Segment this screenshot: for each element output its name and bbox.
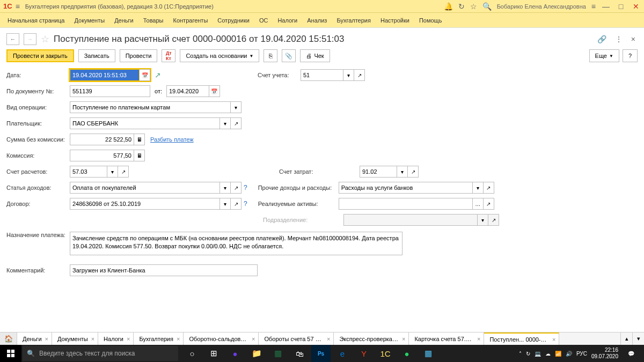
nav-forward-button[interactable]: →	[24, 33, 36, 45]
tray-clock[interactable]: 22:16 09.07.2020	[591, 347, 618, 360]
close-doc-button[interactable]: ×	[629, 35, 638, 43]
tab-turnover[interactable]: Обороты счета 57 за И...×	[259, 333, 334, 345]
external-icon[interactable]: ↗	[155, 71, 161, 79]
close-icon[interactable]: ×	[45, 336, 48, 342]
docfrom-input[interactable]: 19.04.2020	[166, 85, 209, 97]
tray-lang[interactable]: РУС	[576, 351, 587, 357]
explorer-icon[interactable]: 📁	[247, 345, 266, 362]
more-menu-icon[interactable]: ⋮	[613, 35, 625, 43]
notification-icon[interactable]: 💬	[623, 345, 640, 362]
tray-volume-icon[interactable]: 🔊	[566, 351, 572, 357]
tab-accounting[interactable]: Бухгалтерия×	[134, 333, 184, 345]
income-input[interactable]: Оплата от покупателей	[70, 182, 220, 194]
dropdown-icon[interactable]: ▾	[107, 166, 118, 178]
post-button[interactable]: Провести	[120, 49, 158, 62]
open-icon[interactable]: ↗	[354, 69, 365, 81]
tab-taxes[interactable]: Налоги×	[98, 333, 134, 345]
calculator-icon[interactable]: 🖩	[134, 134, 145, 145]
menu-accounting[interactable]: Бухгалтерия	[336, 17, 371, 24]
calculator-icon[interactable]: 🖩	[134, 150, 145, 161]
close-icon[interactable]: ×	[91, 336, 94, 342]
close-icon[interactable]: ×	[252, 336, 255, 342]
history-icon[interactable]: ↻	[458, 2, 465, 11]
menu-os[interactable]: ОС	[259, 17, 268, 24]
user-name[interactable]: Бобарико Елена Александровна	[497, 3, 586, 10]
tab-current[interactable]: Поступлен... 0000-000016×	[484, 333, 559, 345]
tray-icon[interactable]: ↻	[526, 351, 530, 357]
docnum-input[interactable]: 551139	[70, 85, 150, 97]
whatsapp-icon[interactable]: ●	[397, 345, 416, 362]
optype-input[interactable]: Поступление по платежным картам	[70, 101, 231, 113]
search-icon[interactable]: 🔍	[482, 2, 492, 11]
open-icon[interactable]: ↗	[118, 166, 129, 178]
dropdown-icon[interactable]: ▾	[231, 101, 241, 113]
contract-input[interactable]: 248636098 от 25.10.2019	[70, 198, 220, 210]
close-icon[interactable]: ×	[327, 336, 330, 342]
attach-button[interactable]: 📎	[282, 49, 296, 62]
ellipsis-icon[interactable]: …	[473, 198, 484, 210]
tray-up-icon[interactable]: ˄	[519, 351, 522, 357]
star-icon[interactable]: ☆	[470, 2, 477, 11]
tray-cloud-icon[interactable]: ☁	[545, 351, 551, 357]
dropdown-icon[interactable]: ▾	[220, 182, 231, 194]
excel-icon[interactable]: ▦	[268, 345, 288, 362]
assets-input[interactable]	[339, 198, 473, 210]
menu-documents[interactable]: Документы	[74, 17, 105, 24]
taskview-icon[interactable]: ⊞	[204, 345, 223, 362]
maximize-button[interactable]: □	[616, 2, 626, 11]
help-icon[interactable]: ?	[244, 200, 247, 208]
1c-icon[interactable]: 1C	[376, 345, 395, 362]
close-icon[interactable]: ×	[402, 336, 405, 342]
menu-help[interactable]: Помощь	[419, 17, 442, 24]
date-input[interactable]: 19.04.2020 15:51:03	[70, 69, 140, 81]
tab-documents[interactable]: Документы×	[52, 333, 98, 345]
link-icon[interactable]: 🔗	[595, 35, 609, 43]
tab-express[interactable]: Экспресс-проверка ве...×	[334, 333, 409, 345]
tab-scroll-up[interactable]: ▴	[620, 333, 632, 345]
purpose-textarea[interactable]: Зачисление средств по операциям с МБК (н…	[70, 232, 402, 255]
other-input[interactable]: Расходы на услуги банков	[339, 182, 473, 194]
hamburger-icon[interactable]: ≡	[16, 2, 20, 11]
cost-acc-input[interactable]: 91.02	[360, 166, 397, 178]
dtkt-button[interactable]: ДтКт	[162, 49, 175, 62]
menu-start[interactable]: Начальная страница	[8, 17, 64, 24]
nav-back-button[interactable]: ←	[6, 33, 19, 45]
store-icon[interactable]: 🛍	[290, 345, 309, 362]
menu-employees[interactable]: Сотрудники	[217, 17, 250, 24]
menu-analysis[interactable]: Анализ	[307, 17, 327, 24]
create-based-button[interactable]: Создать на основании▼	[180, 49, 259, 62]
start-button[interactable]	[0, 345, 21, 362]
check-button[interactable]: 🖨 Чек	[300, 49, 330, 62]
minimize-button[interactable]: —	[601, 2, 611, 11]
open-icon[interactable]: ↗	[231, 182, 241, 194]
open-icon[interactable]: ↗	[484, 198, 494, 210]
close-icon[interactable]: ×	[127, 336, 130, 342]
commission-input[interactable]: 577,50	[70, 150, 134, 161]
menu-money[interactable]: Деньги	[114, 17, 134, 24]
calendar-icon[interactable]: 📅	[209, 85, 220, 97]
dropdown-icon[interactable]: ▾	[343, 69, 354, 81]
help-button[interactable]: ?	[623, 49, 638, 62]
app-icon[interactable]: ▦	[419, 345, 438, 362]
bell-icon[interactable]: 🔔	[444, 2, 453, 11]
tab-money[interactable]: Деньги×	[17, 333, 52, 345]
open-icon[interactable]: ↗	[231, 198, 241, 210]
help-icon[interactable]: ?	[244, 184, 247, 191]
menu-goods[interactable]: Товары	[143, 17, 164, 24]
menu-taxes[interactable]: Налоги	[277, 17, 297, 24]
tray-wifi-icon[interactable]: 📶	[555, 351, 561, 357]
structure-button[interactable]: ⎘	[264, 49, 277, 62]
photoshop-icon[interactable]: Ps	[311, 345, 331, 362]
open-icon[interactable]: ↗	[484, 182, 494, 194]
menu-counterparties[interactable]: Контрагенты	[173, 17, 208, 24]
home-tab[interactable]: 🏠	[0, 333, 17, 345]
close-icon[interactable]: ×	[177, 336, 180, 342]
sum-input[interactable]: 22 522,50	[70, 134, 134, 145]
tray-icon[interactable]: 💻	[535, 351, 541, 357]
account-input[interactable]: 51	[301, 69, 343, 81]
tab-balance[interactable]: Оборотно-сальдовая в...×	[184, 333, 259, 345]
open-icon[interactable]: ↗	[231, 117, 241, 129]
tab-card[interactable]: Карточка счета 57.03 з...×	[409, 333, 484, 345]
tab-scroll-down[interactable]: ▾	[632, 333, 644, 345]
yandex-icon[interactable]: Y	[354, 345, 374, 362]
